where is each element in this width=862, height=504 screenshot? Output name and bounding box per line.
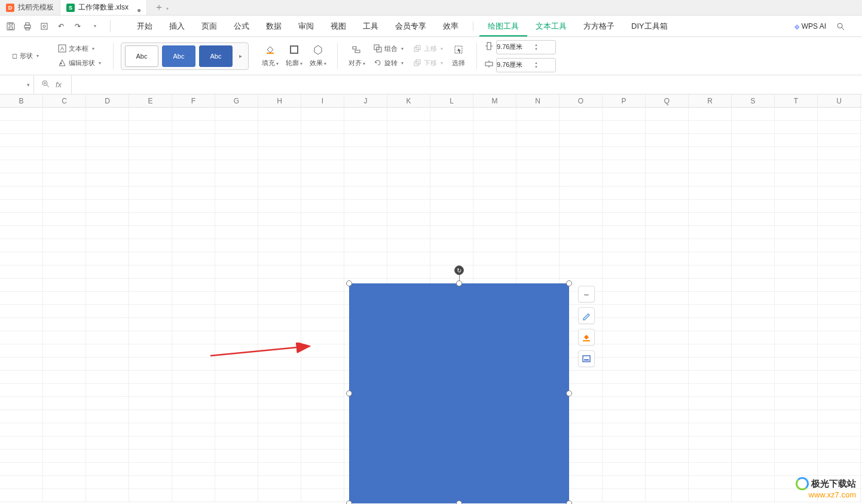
cell[interactable] — [129, 121, 172, 133]
cell[interactable] — [258, 318, 301, 331]
cell[interactable] — [301, 252, 344, 265]
cell[interactable] — [775, 331, 818, 344]
cell[interactable] — [732, 200, 775, 212]
cell[interactable] — [86, 423, 129, 436]
cell[interactable] — [646, 239, 689, 252]
cell[interactable] — [258, 410, 301, 423]
cell[interactable] — [301, 239, 344, 252]
cell[interactable] — [603, 213, 646, 225]
cell[interactable] — [646, 252, 689, 265]
cell[interactable] — [172, 279, 215, 291]
cell[interactable] — [775, 450, 818, 462]
cell[interactable] — [732, 147, 775, 160]
cell[interactable] — [689, 147, 732, 160]
cell[interactable] — [818, 108, 861, 120]
width-up[interactable]: ▲ — [531, 61, 541, 65]
cell[interactable] — [86, 436, 129, 449]
cell[interactable] — [689, 226, 732, 239]
cell[interactable] — [43, 305, 86, 317]
cell[interactable] — [818, 160, 861, 173]
menu-member[interactable]: 会员专享 — [387, 16, 435, 36]
cell[interactable] — [732, 265, 775, 278]
cell[interactable] — [818, 292, 861, 304]
rotate-button[interactable]: 旋转 ▾ — [369, 57, 408, 70]
cell[interactable] — [775, 226, 818, 239]
cell[interactable] — [603, 108, 646, 120]
cell[interactable] — [818, 200, 861, 212]
cell[interactable] — [818, 476, 861, 488]
cell[interactable] — [818, 397, 861, 410]
cell[interactable] — [430, 147, 473, 160]
cell[interactable] — [215, 450, 258, 462]
style-more[interactable]: ▸ — [236, 53, 244, 59]
cell[interactable] — [129, 397, 172, 410]
cell[interactable] — [86, 489, 129, 502]
cell[interactable] — [215, 200, 258, 212]
cell[interactable] — [43, 463, 86, 475]
cell[interactable] — [689, 489, 732, 502]
cell[interactable] — [775, 160, 818, 173]
menu-page[interactable]: 页面 — [193, 16, 225, 36]
cell[interactable] — [603, 423, 646, 436]
cell[interactable] — [0, 160, 43, 173]
cell[interactable] — [689, 463, 732, 475]
cell[interactable] — [43, 450, 86, 462]
quick-tool-fill[interactable] — [578, 329, 595, 346]
cell[interactable] — [818, 265, 861, 278]
cell[interactable] — [818, 239, 861, 252]
column-header-I[interactable]: I — [301, 94, 344, 107]
cell[interactable] — [215, 318, 258, 331]
cell[interactable] — [646, 108, 689, 120]
cell[interactable] — [560, 121, 603, 133]
cell[interactable] — [215, 239, 258, 252]
cell[interactable] — [387, 134, 430, 146]
cell[interactable] — [560, 213, 603, 225]
cell[interactable] — [215, 371, 258, 383]
cell[interactable] — [43, 134, 86, 146]
rotate-handle[interactable]: ↻ — [454, 265, 464, 275]
print-preview-icon[interactable] — [37, 19, 51, 33]
cell[interactable] — [646, 305, 689, 317]
cell[interactable] — [0, 371, 43, 383]
cell[interactable] — [818, 371, 861, 383]
cell[interactable] — [258, 265, 301, 278]
cell[interactable] — [603, 384, 646, 396]
cell[interactable] — [775, 436, 818, 449]
cell[interactable] — [215, 160, 258, 173]
cell[interactable] — [172, 239, 215, 252]
cell[interactable] — [775, 213, 818, 225]
cell[interactable] — [603, 410, 646, 423]
cell[interactable] — [0, 410, 43, 423]
column-header-B[interactable]: B — [0, 94, 43, 107]
cell[interactable] — [387, 239, 430, 252]
cell[interactable] — [818, 423, 861, 436]
cell[interactable] — [301, 344, 344, 357]
cell[interactable] — [775, 200, 818, 212]
cell[interactable] — [215, 463, 258, 475]
cell[interactable] — [43, 213, 86, 225]
menu-start[interactable]: 开始 — [129, 16, 161, 36]
cell[interactable] — [818, 213, 861, 225]
cell[interactable] — [775, 265, 818, 278]
cell[interactable] — [689, 371, 732, 383]
cell[interactable] — [86, 213, 129, 225]
cell[interactable] — [215, 331, 258, 344]
cell[interactable] — [258, 384, 301, 396]
cell[interactable] — [689, 134, 732, 146]
resize-handle-bc[interactable] — [456, 500, 462, 504]
cell[interactable] — [129, 489, 172, 502]
cell[interactable] — [689, 450, 732, 462]
resize-handle-ml[interactable] — [346, 390, 352, 396]
cell[interactable] — [215, 173, 258, 186]
name-box[interactable]: ▾ — [4, 82, 33, 88]
cell[interactable] — [172, 331, 215, 344]
cell[interactable] — [818, 436, 861, 449]
menu-formula[interactable]: 公式 — [225, 16, 258, 36]
cell[interactable] — [86, 200, 129, 212]
cell[interactable] — [86, 331, 129, 344]
cell[interactable] — [258, 331, 301, 344]
cell[interactable] — [603, 200, 646, 212]
cell[interactable] — [43, 292, 86, 304]
cell[interactable] — [129, 423, 172, 436]
cell[interactable] — [732, 134, 775, 146]
